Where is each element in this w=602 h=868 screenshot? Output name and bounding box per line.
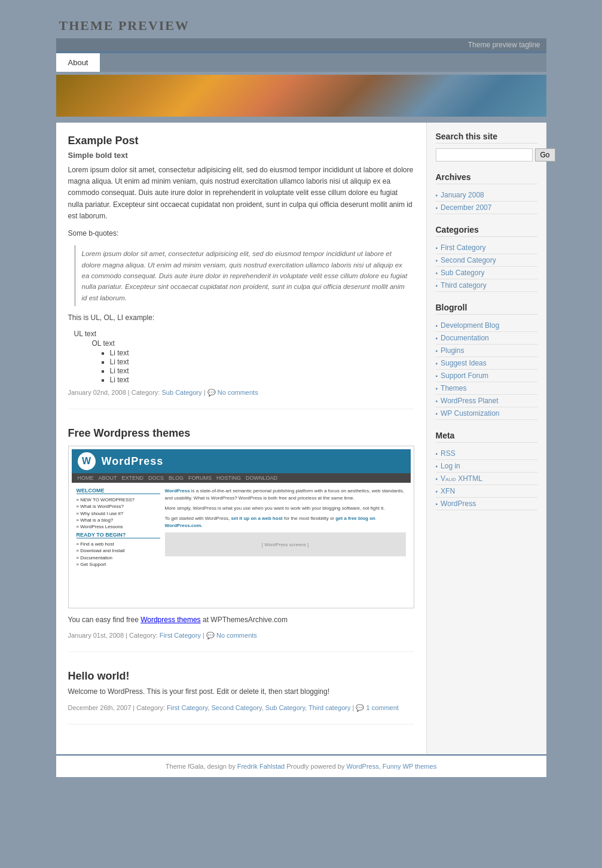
wp-ready-links: » Find a web host» Download and Install»…: [77, 541, 160, 568]
wp-right-text1: WordPress is a state-of-the-art semantic…: [165, 488, 406, 502]
li-list: Li text Li text Li text Li text: [110, 349, 414, 384]
site-header: THEME PREVIEW Theme preview tagline Abou…: [56, 12, 546, 75]
wp-logo-circle: W: [78, 452, 96, 470]
list-item: Li text: [110, 349, 414, 357]
blogroll-wp-planet: WordPress Planet: [436, 395, 537, 407]
wp-ready-heading: READY TO BEGIN?: [77, 532, 160, 538]
wp-nav-home: HOME: [78, 475, 94, 481]
post-cat-third[interactable]: Third category: [308, 704, 350, 711]
archives-section: Archives January 2008 December 2007: [436, 172, 537, 214]
blogroll-themes: Themes: [436, 382, 537, 395]
list-example-label: This is UL, OL, LI example:: [68, 312, 414, 324]
post-meta-free-themes: January 01st, 2008 | Category: First Cat…: [68, 632, 414, 639]
content-wrapper: Example Post Simple bold text Lorem ipsu…: [56, 123, 546, 754]
sidebar: Search this site Go Archives January 200…: [427, 123, 546, 754]
wp-right-text3: To get started with WordPress, set it up…: [165, 515, 406, 529]
blogroll-list: Development Blog Documentation Plugins S…: [436, 319, 537, 420]
wp-header-bar: W WordPress: [72, 449, 411, 473]
meta-xhtml: Valid XHTML: [436, 473, 537, 485]
post-comments-link-2[interactable]: No comments: [216, 632, 257, 639]
blogroll-support: Support Forum: [436, 370, 537, 382]
wp-image-placeholder: [ WordPress screens ]: [165, 532, 406, 556]
wp-left-links: » NEW TO WORDPRESS?» What is WordPress?»…: [77, 497, 160, 530]
meta-login: Log in: [436, 460, 537, 473]
categories-section: Categories First Category Second Categor…: [436, 225, 537, 292]
meta-section: Meta RSS Log in Valid XHTML XFN WordPres…: [436, 431, 537, 510]
blogroll-link-themes[interactable]: Themes: [441, 384, 466, 392]
blogroll-link-suggest[interactable]: Suggest Ideas: [441, 359, 487, 367]
blogroll-link-support[interactable]: Support Forum: [441, 371, 488, 380]
post-category-link-2[interactable]: First Category: [160, 632, 201, 639]
category-link-first[interactable]: First Category: [441, 243, 485, 252]
post-cat-sub[interactable]: Sub Category: [265, 704, 305, 711]
nav-list: About: [56, 53, 546, 72]
blockquote-text: Lorem ipsum dolor sit amet, consectetur …: [82, 248, 408, 303]
post-comments-link-3[interactable]: 1 comment: [366, 704, 398, 711]
meta-link-xhtml[interactable]: Valid XHTML: [441, 474, 482, 483]
ol-label: OL text: [92, 339, 414, 348]
post-date-2: January 01st, 2008: [68, 632, 124, 639]
wp-nav-docs: DOCS: [148, 475, 164, 481]
list-item: Li text: [110, 358, 414, 366]
post-body-free-themes: You can easy find free Wordpress themes …: [68, 614, 414, 626]
categories-list: First Category Second Category Sub Categ…: [436, 242, 537, 292]
post-date: January 02nd, 2008: [68, 389, 126, 396]
list-section: UL text OL text Li text Li text Li text …: [74, 330, 414, 384]
categories-title: Categories: [436, 225, 537, 237]
wordpress-themes-link[interactable]: Wordpress themes: [140, 616, 200, 624]
footer-wp-link[interactable]: WordPress: [347, 763, 379, 770]
post-title-hello: Hello world!: [68, 670, 414, 683]
post-meta-example: January 02nd, 2008 | Category: Sub Categ…: [68, 389, 414, 397]
wp-logo-text: WordPress: [102, 455, 164, 468]
post-comments-link[interactable]: No comments: [218, 389, 258, 396]
meta-link-login[interactable]: Log in: [441, 462, 460, 470]
comment-icon-2: [206, 632, 215, 639]
post-category-link[interactable]: Sub Category: [162, 389, 202, 396]
blogroll-suggest: Suggest Ideas: [436, 357, 537, 370]
footer-designer-link[interactable]: Fredrik Fahlstad: [237, 763, 285, 770]
search-input[interactable]: [436, 148, 533, 162]
blogroll-link-plugins[interactable]: Plugins: [441, 346, 464, 355]
blogroll-title: Blogroll: [436, 303, 537, 315]
blogroll-link-docs[interactable]: Documentation: [441, 334, 489, 342]
bquotes-label: Some b-quotes:: [68, 228, 414, 239]
nav-item-about[interactable]: About: [56, 53, 100, 72]
category-link-third[interactable]: Third category: [441, 281, 487, 290]
category-link-second[interactable]: Second Category: [441, 256, 496, 264]
footer-themes-link[interactable]: Funny WP themes: [383, 763, 436, 770]
wp-left-column: WELCOME » NEW TO WORDPRESS?» What is Wor…: [77, 488, 160, 600]
meta-link-xfn[interactable]: XFN: [441, 487, 455, 495]
blogroll-link-dev[interactable]: Development Blog: [441, 321, 499, 330]
post-body-example: Lorem ipsum dolor sit amet, consectetur …: [68, 165, 414, 222]
main-nav: About: [56, 51, 546, 72]
page-wrapper: THEME PREVIEW Theme preview tagline Abou…: [56, 0, 546, 789]
archive-link-jan[interactable]: January 2008: [441, 191, 484, 199]
post-body-hello: Welcome to WordPress. This is your first…: [68, 686, 414, 698]
meta-link-wordpress[interactable]: WordPress: [441, 500, 476, 508]
wp-screenshot: W WordPress HOME ABOUT EXTEND DOCS BLOG …: [68, 446, 414, 608]
wp-nav-extend: EXTEND: [122, 475, 144, 481]
search-title: Search this site: [436, 132, 537, 144]
archive-link-dec[interactable]: December 2007: [441, 203, 491, 212]
wp-nav-blog: BLOG: [169, 475, 184, 481]
wp-right-column: WordPress is a state-of-the-art semantic…: [165, 488, 406, 600]
blogroll-dev: Development Blog: [436, 319, 537, 332]
search-form: Go: [436, 148, 537, 162]
blogroll-link-wp-custom[interactable]: WP Customization: [441, 409, 499, 418]
meta-xfn: XFN: [436, 485, 537, 498]
post-cat-second[interactable]: Second Category: [211, 704, 261, 711]
category-link-sub[interactable]: Sub Category: [441, 269, 484, 277]
post-title-example: Example Post: [68, 135, 414, 147]
search-button[interactable]: Go: [535, 148, 555, 162]
category-item-first: First Category: [436, 242, 537, 254]
post-cat-first[interactable]: First Category: [167, 704, 207, 711]
nav-link-about[interactable]: About: [56, 51, 100, 72]
category-item-sub: Sub Category: [436, 267, 537, 279]
post-blockquote: Lorem ipsum dolor sit amet, consectetur …: [74, 245, 414, 306]
post-example-post: Example Post Simple bold text Lorem ipsu…: [68, 135, 414, 409]
search-section: Search this site Go: [436, 132, 537, 162]
wp-nav-links: HOME ABOUT EXTEND DOCS BLOG FORUMS HOSTI…: [72, 473, 411, 483]
meta-link-rss[interactable]: RSS: [441, 449, 456, 458]
blogroll-link-wp-planet[interactable]: WordPress Planet: [441, 397, 499, 405]
category-item-third: Third category: [436, 279, 537, 292]
